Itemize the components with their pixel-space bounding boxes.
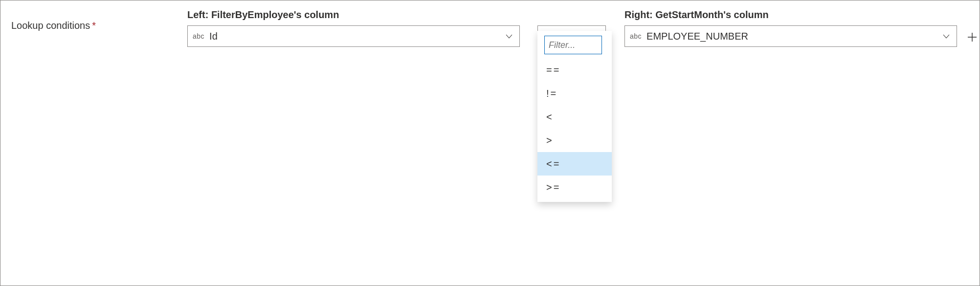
left-column-select[interactable]: abc Id xyxy=(187,25,520,47)
chevron-down-icon[interactable] xyxy=(941,32,952,41)
condition-row: Lookup conditions* Left: FilterByEmploye… xyxy=(11,9,969,47)
lookup-conditions-panel: Lookup conditions* Left: FilterByEmploye… xyxy=(0,0,980,286)
left-column-title: Left: FilterByEmployee's column xyxy=(187,9,520,21)
required-asterisk: * xyxy=(92,20,96,31)
right-column-title: Right: GetStartMonth's column xyxy=(624,9,957,21)
left-column-group: Left: FilterByEmployee's column abc Id xyxy=(187,9,520,47)
operator-option[interactable]: < xyxy=(537,105,612,129)
right-type-tag: abc xyxy=(630,32,642,40)
operator-option[interactable]: <= xyxy=(537,152,612,176)
operator-filter-input[interactable] xyxy=(544,36,602,54)
operator-option[interactable]: != xyxy=(537,82,612,105)
operator-dropdown: ==!=<><=>= xyxy=(537,31,612,202)
right-column-group: Right: GetStartMonth's column abc EMPLOY… xyxy=(624,9,957,47)
right-column-select[interactable]: abc EMPLOYEE_NUMBER xyxy=(624,25,957,47)
operator-title-spacer xyxy=(537,9,606,21)
right-column-value: EMPLOYEE_NUMBER xyxy=(646,31,941,42)
left-column-value: Id xyxy=(209,31,504,42)
row-actions xyxy=(966,9,980,44)
section-label-text: Lookup conditions xyxy=(11,20,90,31)
operator-group: <= ==!=<><=>= xyxy=(537,9,606,47)
section-label: Lookup conditions* xyxy=(11,9,187,31)
left-type-tag: abc xyxy=(193,32,204,40)
add-condition-button[interactable] xyxy=(966,31,979,44)
operator-option[interactable]: > xyxy=(537,129,612,152)
operator-option[interactable]: >= xyxy=(537,176,612,199)
operator-option[interactable]: == xyxy=(537,58,612,82)
chevron-down-icon[interactable] xyxy=(504,32,514,41)
operator-option-list: ==!=<><=>= xyxy=(542,58,607,199)
